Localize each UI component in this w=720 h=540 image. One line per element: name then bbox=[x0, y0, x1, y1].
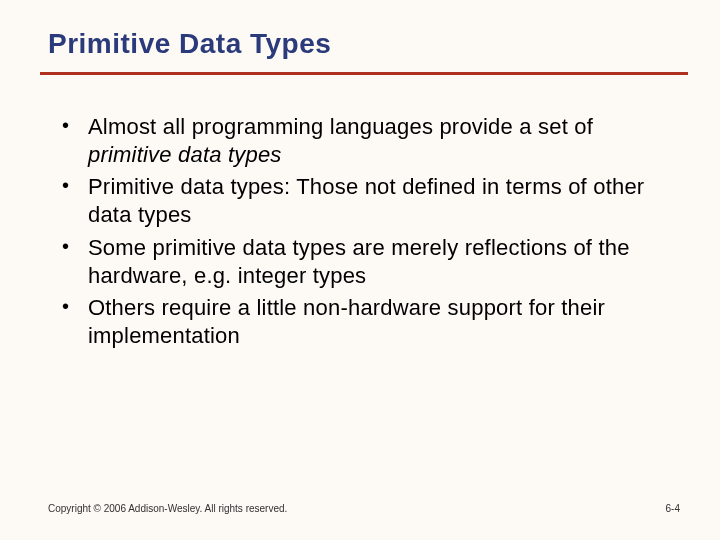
footer: Copyright © 2006 Addison-Wesley. All rig… bbox=[48, 503, 680, 514]
bullet-italic: primitive data types bbox=[88, 142, 282, 167]
bullet-text: Primitive data types: Those not defined … bbox=[88, 174, 644, 227]
copyright-text: Copyright © 2006 Addison-Wesley. All rig… bbox=[48, 503, 287, 514]
bullet-text: Almost all programming languages provide… bbox=[88, 114, 593, 139]
list-item: Almost all programming languages provide… bbox=[62, 113, 680, 169]
list-item: Primitive data types: Those not defined … bbox=[62, 173, 680, 229]
page-number: 6-4 bbox=[666, 503, 680, 514]
bullet-text: Others require a little non-hardware sup… bbox=[88, 295, 605, 348]
title-rule bbox=[40, 72, 688, 75]
bullet-list: Almost all programming languages provide… bbox=[48, 113, 680, 350]
slide-title: Primitive Data Types bbox=[48, 28, 680, 60]
list-item: Others require a little non-hardware sup… bbox=[62, 294, 680, 350]
slide: Primitive Data Types Almost all programm… bbox=[0, 0, 720, 540]
list-item: Some primitive data types are merely ref… bbox=[62, 234, 680, 290]
bullet-text: Some primitive data types are merely ref… bbox=[88, 235, 630, 288]
